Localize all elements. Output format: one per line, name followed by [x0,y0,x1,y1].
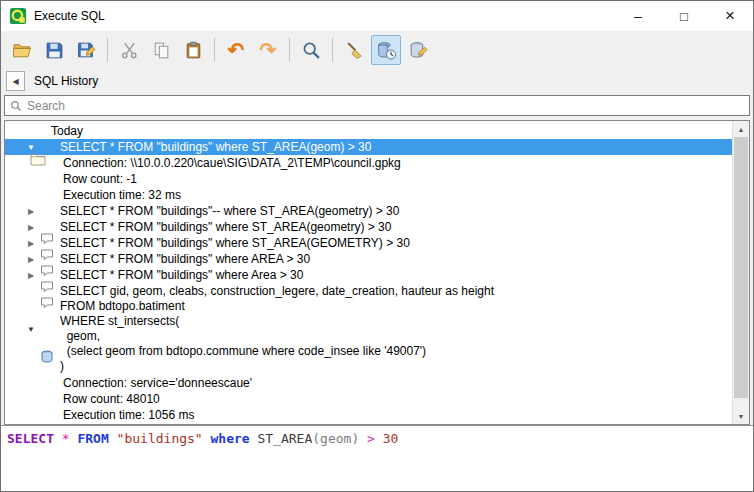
redo-button[interactable]: ↷ [253,35,283,65]
search-icon [10,100,22,112]
query-bubble-icon [39,140,55,154]
query-bubble-icon [39,252,55,266]
history-query-text: SELECT * FROM "buildings"-- where ST_ARE… [60,204,399,218]
toolbar-separator [214,38,215,62]
sql-token: * [62,431,78,446]
search-row [1,93,753,120]
sql-token: where [211,431,258,446]
redo-icon: ↷ [260,40,277,60]
undo-icon: ↶ [228,40,245,60]
execute-sql-window: Execute SQL – □ × [0,0,754,492]
folder-icon [30,124,46,138]
expand-arrow-icon[interactable]: ▶ [24,239,38,248]
toolbar: ↶ ↷ [1,31,753,69]
expand-arrow-icon[interactable]: ▼ [24,325,38,334]
history-item-detail: Execution time: 32 ms [5,187,732,203]
window-title: Execute SQL [34,9,105,23]
titlebar: Execute SQL – □ × [1,1,753,31]
sql-token [359,431,367,446]
close-button[interactable]: × [707,1,753,31]
expand-arrow-icon[interactable]: ▶ [24,207,38,216]
history-item-detail: Connection: \\10.0.0.220\caue\SIG\DATA_2… [5,155,732,171]
find-button[interactable] [296,35,326,65]
copy-icon [151,40,172,61]
window-controls: – □ × [615,1,753,31]
save-icon [44,40,65,61]
sql-token: > [367,431,383,446]
history-item-multiline[interactable]: ▼ SELECT gid, geom, cleabs, construction… [5,283,732,375]
search-box [4,95,750,116]
history-query-text: SELECT * FROM "buildings" where ST_AREA(… [60,236,410,250]
sql-token: (geom) [312,431,359,446]
history-item-detail: Row count: -1 [5,171,732,187]
scroll-up-icon[interactable]: ▲ [733,121,749,137]
panel-title: SQL History [34,74,98,88]
history-query-text: SELECT gid, geom, cleabs, construction_l… [60,284,494,374]
history-item-selected[interactable]: ▼ SELECT * FROM "buildings" where ST_ARE… [5,139,732,155]
detail-execution-time: Execution time: 1056 ms [63,408,194,422]
magnifier-icon [301,40,322,61]
toolbar-separator [107,38,108,62]
history-item-detail: Connection: service='donneescaue' [5,375,732,391]
group-label: Today [51,124,83,138]
history-item[interactable]: ▶ SELECT * FROM "buildings" where AREA >… [5,251,732,267]
clear-editor-button[interactable] [339,35,369,65]
vertical-scrollbar[interactable]: ▲ ▼ [732,121,749,424]
sql-editor-line: SELECT * FROM "buildings" where ST_AREA(… [7,431,747,446]
sql-history-button[interactable] [371,35,401,65]
paste-button[interactable] [178,35,208,65]
minimize-button[interactable]: – [615,1,661,31]
toolbar-separator [289,38,290,62]
query-bubble-icon [39,204,55,218]
save-as-icon [76,40,97,61]
save-as-button[interactable] [71,35,101,65]
save-button[interactable] [39,35,69,65]
query-bubble-icon [39,236,55,250]
detail-row-count: Row count: 48010 [63,392,160,406]
undo-button[interactable]: ↶ [221,35,251,65]
history-item[interactable]: ▶ SELECT * FROM "buildings" where ST_ARE… [5,235,732,251]
expand-arrow-icon[interactable]: ▼ [24,143,38,152]
copy-button [146,35,176,65]
sql-token: "buildings" [117,431,211,446]
toolbar-separator [332,38,333,62]
search-input[interactable] [27,99,744,113]
expand-arrow-icon[interactable]: ▶ [24,255,38,264]
expand-arrow-icon[interactable]: ▶ [24,223,38,232]
maximize-button[interactable]: □ [661,1,707,31]
history-item[interactable]: ▶ SELECT * FROM "buildings" where Area >… [5,267,732,283]
history-tree: Today ▼ SELECT * FROM "buildings" where … [5,121,732,424]
scrollbar-thumb[interactable] [734,137,748,398]
paste-icon [183,40,204,61]
detail-connection: Connection: \\10.0.0.220\caue\SIG\DATA_2… [63,156,401,170]
detail-row-count: Row count: -1 [63,172,137,186]
history-query-text: SELECT * FROM "buildings" where ST_AREA(… [60,140,371,154]
history-query-text: SELECT * FROM "buildings" where ST_AREA(… [60,220,391,234]
sql-editor[interactable]: SELECT * FROM "buildings" where ST_AREA(… [1,425,753,491]
scissors-icon [119,40,140,61]
scroll-down-icon[interactable]: ▼ [733,408,749,424]
history-item[interactable]: ▶ SELECT * FROM "buildings"-- where ST_A… [5,203,732,219]
sql-token: SELECT [7,431,62,446]
history-query-text: SELECT * FROM "buildings" where Area > 3… [60,268,303,282]
broom-icon [344,40,365,61]
history-item[interactable]: ▶ SELECT * FROM "buildings" where ST_ARE… [5,219,732,235]
load-query-button[interactable] [403,35,433,65]
expand-arrow-icon[interactable]: ▶ [24,271,38,280]
history-tree-panel: Today ▼ SELECT * FROM "buildings" where … [4,120,750,425]
sql-token: ST_AREA [257,431,312,446]
back-button[interactable]: ◀ [6,71,25,91]
folder-open-icon [12,40,33,61]
database-clock-icon [376,40,397,61]
query-bubble-icon [39,268,55,282]
sql-token: FROM [77,431,116,446]
open-file-button[interactable] [7,35,37,65]
tree-group-today[interactable]: Today [5,123,732,139]
history-item-detail: Execution time: 1056 ms [5,407,732,423]
subheader: ◀ SQL History [1,69,753,93]
database-query-icon [39,322,55,336]
sql-token: 30 [383,431,399,446]
cut-button [114,35,144,65]
detail-connection: Connection: service='donneescaue' [63,376,252,390]
database-edit-icon [408,40,429,61]
